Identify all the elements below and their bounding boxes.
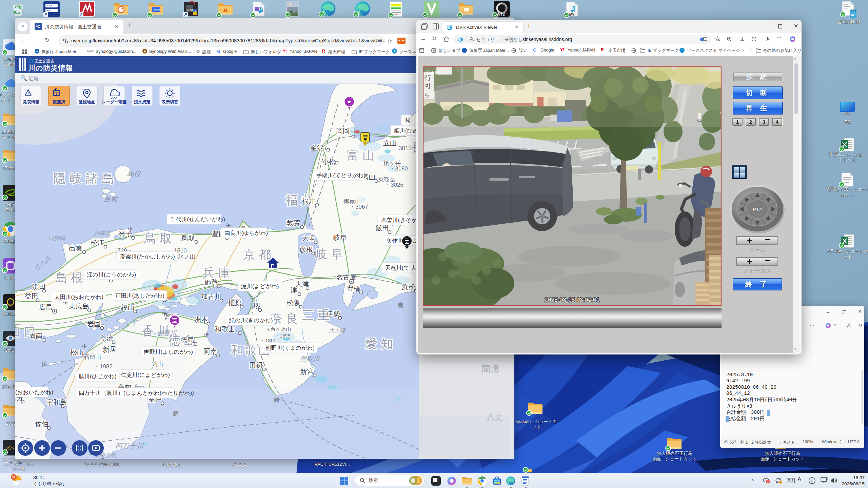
- svg-text:高岡: 高岡: [336, 127, 350, 135]
- svg-text:佐伯: 佐伯: [35, 420, 48, 428]
- svg-text:剣山: 剣山: [151, 361, 163, 367]
- svg-text:新宮: 新宮: [300, 368, 314, 375]
- svg-text:・3026: ・3026: [385, 182, 403, 188]
- svg-text:吉野川: 吉野川: [157, 329, 177, 337]
- svg-text:氷ノ山: 氷ノ山: [178, 253, 195, 260]
- svg-text:四万十川（渡川）(しまんとがわ(わたりがわ)): 四万十川（渡川）(しまんとがわ(わたりがわ)): [79, 390, 194, 396]
- svg-text:新居: 新居: [103, 346, 116, 353]
- svg-text:益田: 益田: [25, 292, 38, 300]
- svg-text:登録地点: 登録地点: [78, 100, 95, 104]
- svg-text:島根: 島根: [55, 270, 86, 284]
- svg-text:出雲: 出雲: [69, 244, 82, 252]
- svg-text:日御碕: 日御碕: [48, 235, 66, 242]
- svg-text:岐阜: 岐阜: [315, 247, 346, 261]
- svg-text:金沢: 金沢: [310, 144, 324, 151]
- svg-text:浜松: 浜松: [402, 283, 415, 290]
- svg-text:発表情報: 発表情報: [23, 100, 40, 104]
- svg-text:姫川(ひめ: 姫川(ひめ: [394, 127, 418, 134]
- svg-text:島後: 島後: [127, 170, 141, 177]
- svg-text:芦田川(あしだがわ): 芦田川(あしだがわ): [115, 292, 164, 299]
- svg-text:福井: 福井: [302, 197, 315, 204]
- svg-text:・1982: ・1982: [94, 363, 113, 370]
- svg-text:レーダー雨量: レーダー雨量: [102, 100, 127, 104]
- svg-text:(おおいたがわ): (おおいたがわ): [15, 389, 53, 395]
- svg-text:表示切替: 表示切替: [161, 100, 178, 104]
- svg-text:太田川(おおたがわ): 太田川(おおたがわ): [54, 294, 103, 300]
- svg-text:岐阜: 岐阜: [333, 234, 347, 241]
- svg-text:鳥取: 鳥取: [144, 231, 175, 245]
- svg-text:富山: 富山: [347, 148, 378, 162]
- svg-text:四万十川: 四万十川: [115, 442, 144, 450]
- svg-text:PTZ: PTZ: [753, 206, 762, 212]
- svg-text:蘭灘: 蘭灘: [482, 364, 501, 374]
- svg-text:石鎚山: 石鎚山: [84, 354, 101, 360]
- svg-text:鳥取: 鳥取: [181, 234, 195, 242]
- svg-text:兵庫: 兵庫: [202, 266, 234, 280]
- svg-text:敦賀: 敦賀: [287, 219, 300, 227]
- svg-text:✈: ✈: [82, 343, 87, 350]
- svg-text:洲本: 洲本: [194, 316, 208, 323]
- svg-text:・1800: ・1800: [260, 338, 276, 343]
- svg-text:東広島: 東広島: [69, 303, 89, 310]
- svg-text:観測所: 観測所: [53, 100, 65, 104]
- svg-text:✈: ✈: [128, 225, 134, 233]
- svg-text:奈良: 奈良: [270, 311, 301, 325]
- svg-text:CPU: CPU: [186, 8, 193, 12]
- svg-text:飯田: 飯田: [375, 224, 389, 232]
- svg-text:岩国: 岩国: [87, 320, 101, 328]
- svg-text:熊野川(くまのがわ): 熊野川(くまのがわ): [265, 345, 315, 351]
- svg-text:大王崎: 大王崎: [329, 327, 346, 333]
- svg-text:手取川(てどりがわ): 手取川(てどりがわ): [316, 172, 366, 178]
- svg-text:淀川(よどがわ): 淀川(よどがわ): [241, 283, 279, 289]
- svg-text:豊橋: 豊橋: [347, 285, 360, 292]
- svg-text:宍道湖: 宍道湖: [94, 230, 111, 236]
- svg-text:阿南: 阿南: [203, 348, 217, 355]
- svg-text:徳島: 徳島: [181, 336, 194, 344]
- svg-text:愛知: 愛知: [365, 337, 396, 351]
- svg-text:NT2: NT2: [498, 12, 505, 16]
- svg-text:✈: ✈: [162, 310, 167, 318]
- svg-text:仁淀川(によどがわ): 仁淀川(によどがわ): [120, 372, 170, 378]
- svg-text:彦根: 彦根: [299, 246, 313, 253]
- svg-text:大台ヶ原山: 大台ヶ原山: [265, 326, 291, 332]
- svg-text:和歌山: 和歌山: [215, 325, 235, 333]
- svg-text:福山: 福山: [121, 304, 135, 311]
- svg-text:姫路: 姫路: [204, 279, 218, 286]
- svg-text:由良川(ゆらがわ): 由良川(ゆらがわ): [224, 230, 268, 236]
- svg-text:今治: 今治: [99, 334, 113, 342]
- svg-text:C▲M3: C▲M3: [426, 69, 442, 75]
- svg-text:小松: 小松: [322, 158, 336, 165]
- svg-text:関: 関: [405, 117, 410, 123]
- svg-text:橿原: 橿原: [228, 299, 242, 306]
- svg-text:隠岐諸島: 隠岐諸島: [53, 171, 118, 185]
- svg-text:高梁川(たかはしがわ): 高梁川(たかはしがわ): [120, 253, 175, 260]
- svg-text:2025-08-15 18:07:01: 2025-08-15 18:07:01: [545, 297, 600, 303]
- svg-text:千代川(せんだいがわ): 千代川(せんだいがわ): [170, 216, 225, 222]
- svg-text:浸水想定: 浸水想定: [134, 100, 150, 104]
- svg-text:松阪: 松阪: [287, 299, 300, 306]
- svg-text:紀の川(きのかわ): 紀の川(きのかわ): [229, 317, 273, 323]
- svg-text:✈: ✈: [204, 331, 210, 339]
- svg-text:・3067: ・3067: [350, 204, 368, 210]
- svg-text:島前: 島前: [104, 196, 119, 203]
- svg-text:・3180: ・3180: [389, 165, 408, 172]
- svg-text:✈: ✈: [259, 362, 264, 370]
- svg-text:松江: 松江: [91, 239, 104, 246]
- svg-text:肱川(ひじかわ): 肱川(ひじかわ): [79, 373, 117, 379]
- svg-text:八丈: 八丈: [487, 412, 503, 422]
- svg-text:津: 津: [291, 286, 297, 294]
- svg-text:江の川(ごうのかわ): 江の川(ごうのかわ): [87, 271, 136, 278]
- svg-text:京都: 京都: [243, 248, 274, 262]
- svg-text:Ackin: Ackin: [153, 8, 160, 11]
- svg-text:大垣: 大垣: [302, 235, 315, 242]
- svg-text:・3015: ・3015: [393, 145, 412, 151]
- svg-text:加古川: 加古川: [201, 293, 221, 300]
- svg-text:広島: 広島: [39, 303, 53, 311]
- svg-text:吉野川(よしのがわ): 吉野川(よしのがわ): [144, 349, 193, 355]
- svg-text:伊勢: 伊勢: [327, 310, 340, 318]
- svg-text:・1695: ・1695: [275, 333, 290, 339]
- svg-text:熊野川: 熊野川: [300, 355, 320, 362]
- svg-text:周南: 周南: [29, 332, 42, 340]
